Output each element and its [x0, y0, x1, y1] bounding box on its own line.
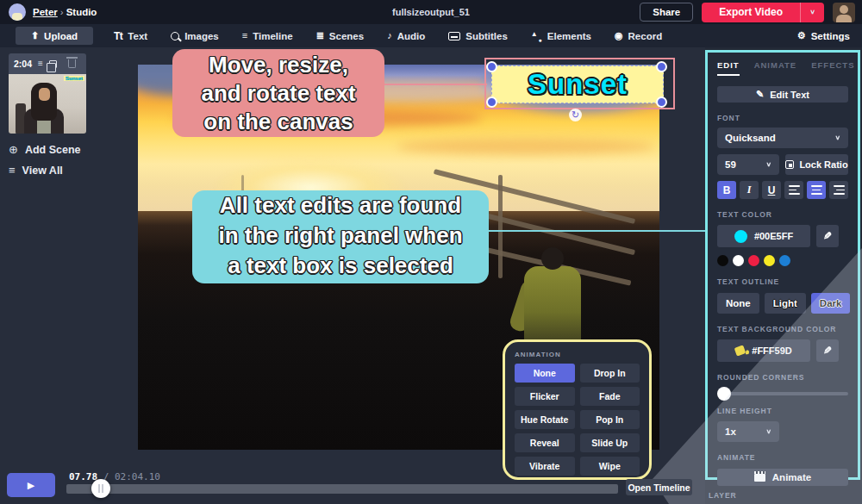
animation-option-slide-up[interactable]: Slide Up	[580, 433, 640, 452]
open-timeline-button[interactable]: Open Timeline	[626, 479, 692, 495]
play-button[interactable]: ▶	[7, 473, 55, 497]
tool-audio[interactable]: ♪ Audio	[387, 31, 425, 41]
paint-bucket-icon	[734, 345, 746, 356]
outline-light-button[interactable]: Light	[765, 293, 806, 314]
resize-handle-bottom-left[interactable]	[486, 96, 497, 108]
font-section-label: FONT	[717, 114, 848, 122]
animation-option-none[interactable]: None	[515, 364, 575, 383]
eyedropper-icon: ✎	[823, 230, 832, 242]
tool-elements[interactable]: Elements	[531, 31, 591, 41]
edit-panel: EDIT ANIMATE EFFECTS ✎ Edit Text FONT Qu…	[705, 50, 860, 480]
outline-none-button[interactable]: None	[717, 293, 759, 314]
align-center-button[interactable]	[807, 181, 826, 199]
text-color-picker-button[interactable]: ✎	[816, 225, 839, 247]
export-video-button[interactable]: Export Video	[702, 6, 800, 18]
share-button[interactable]: Share	[640, 3, 693, 22]
current-time: 07.78	[69, 471, 97, 482]
scrubber-playhead[interactable]	[91, 479, 110, 498]
view-all-button[interactable]: ≡ View All	[9, 164, 63, 177]
resize-handle-top-right[interactable]	[656, 61, 667, 72]
align-right-icon	[834, 185, 845, 194]
export-video-split-button: Export Video ∨	[702, 3, 824, 22]
user-avatar[interactable]	[833, 3, 855, 22]
animate-button[interactable]: Animate	[717, 469, 848, 486]
align-left-button[interactable]	[784, 181, 803, 199]
text-color-chip[interactable]: #00E5FF	[717, 225, 810, 247]
tool-audio-label: Audio	[397, 31, 426, 41]
scrubber-track[interactable]	[66, 484, 618, 494]
breadcrumb: Peter›Studio	[33, 7, 97, 17]
rotate-handle-icon[interactable]: ↻	[569, 109, 582, 121]
tool-scenes[interactable]: ≣ Scenes	[316, 31, 365, 41]
duplicate-scene-icon[interactable]	[49, 60, 57, 68]
font-size-select[interactable]: 59 ∨	[717, 154, 779, 175]
chevron-down-icon: ∨	[834, 134, 840, 141]
swatch-black[interactable]	[717, 255, 728, 266]
tool-images-label: Images	[184, 31, 219, 41]
tool-text[interactable]: Tt Text	[114, 31, 147, 41]
tool-record[interactable]: ◉ Record	[615, 31, 662, 41]
project-title[interactable]: fullsizeoutput_51	[392, 7, 470, 17]
tool-timeline[interactable]: ≡ Timeline	[242, 31, 293, 41]
panel-tabs: EDIT ANIMATE EFFECTS	[717, 60, 848, 76]
tab-edit[interactable]: EDIT	[717, 60, 740, 76]
person-head	[541, 247, 564, 270]
animation-option-vibrate[interactable]: Vibrate	[515, 457, 575, 476]
animation-option-pop-in[interactable]: Pop In	[580, 410, 640, 429]
tab-animate[interactable]: ANIMATE	[754, 60, 797, 76]
align-right-button[interactable]	[829, 181, 848, 199]
scene-thumbnail-card[interactable]: 2:04 ≡ Sunset	[9, 53, 86, 134]
resize-handle-top-left[interactable]	[486, 61, 497, 72]
scene-menu-icon[interactable]: ≡	[38, 59, 43, 68]
breadcrumb-user-link[interactable]: Peter	[33, 7, 58, 17]
add-scene-button[interactable]: ⊕ Add Scene	[9, 143, 81, 156]
scene-card-header: 2:04 ≡	[9, 53, 86, 74]
callout-text-edits: All text edits are found in the right pa…	[192, 190, 489, 283]
animation-option-hue-rotate[interactable]: Hue Rotate	[515, 410, 575, 429]
tool-text-label: Text	[128, 31, 147, 41]
rounded-corners-slider[interactable]	[717, 392, 848, 395]
top-bar-actions: Share Export Video ∨	[640, 3, 855, 22]
animation-option-fade[interactable]: Fade	[580, 387, 640, 406]
animation-option-wipe[interactable]: Wipe	[580, 457, 640, 476]
tool-subtitles[interactable]: Subtitles	[448, 31, 508, 41]
animation-option-flicker[interactable]: Flicker	[515, 387, 575, 406]
italic-button[interactable]: I	[740, 181, 759, 199]
tab-effects[interactable]: EFFECTS	[811, 60, 854, 76]
total-time: 02:04.10	[115, 471, 160, 482]
text-background-chip[interactable]: #FFF59D	[717, 339, 810, 362]
kapwing-logo[interactable]	[9, 3, 26, 21]
chevron-down-icon: ∨	[765, 428, 771, 435]
subtitles-icon	[448, 32, 460, 40]
swatch-red[interactable]	[748, 255, 759, 266]
line-height-select[interactable]: 1x ∨	[717, 421, 779, 442]
swatch-yellow[interactable]	[764, 255, 775, 266]
animate-button-label: Animate	[772, 472, 811, 482]
swatch-blue[interactable]	[779, 255, 790, 266]
tool-record-label: Record	[628, 31, 663, 41]
outline-dark-button[interactable]: Dark	[811, 293, 851, 314]
search-icon	[171, 32, 179, 40]
background-color-picker-button[interactable]: ✎	[816, 339, 839, 362]
slider-knob[interactable]	[717, 387, 731, 401]
font-family-select[interactable]: Quicksand ∨	[717, 128, 848, 148]
bold-button[interactable]: B	[717, 181, 736, 199]
upload-button[interactable]: ⬆ Upload	[16, 27, 93, 45]
settings-button[interactable]: ⚙ Settings	[797, 31, 850, 41]
export-options-chevron[interactable]: ∨	[800, 3, 824, 22]
animation-option-drop-in[interactable]: Drop In	[580, 364, 640, 383]
line-height-value: 1x	[725, 426, 736, 437]
text-color-hex: #00E5FF	[754, 231, 793, 241]
edit-text-button[interactable]: ✎ Edit Text	[717, 86, 848, 103]
tool-images[interactable]: Images	[171, 31, 219, 41]
resize-handle-bottom-right[interactable]	[656, 96, 667, 108]
underline-button[interactable]: U	[762, 181, 781, 199]
delete-scene-icon[interactable]	[68, 59, 76, 68]
sunset-textbox[interactable]: Sunset	[491, 65, 664, 103]
swatch-white[interactable]	[733, 255, 744, 266]
font-size-value: 59	[725, 159, 736, 170]
lock-ratio-button[interactable]: Lock Ratio	[785, 154, 848, 175]
scene-thumbnail[interactable]: Sunset	[9, 74, 86, 134]
cyan-connector-line	[483, 230, 707, 232]
animation-option-reveal[interactable]: Reveal	[515, 433, 575, 452]
